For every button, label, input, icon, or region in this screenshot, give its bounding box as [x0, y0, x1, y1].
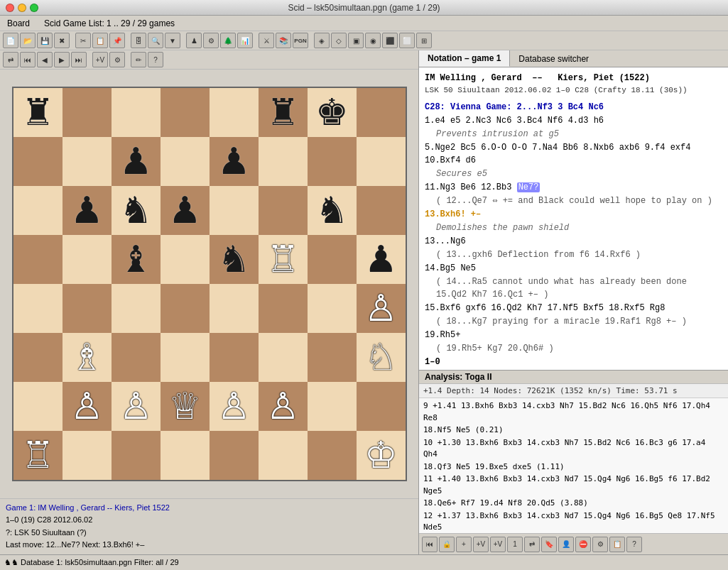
chess-square-7-4[interactable] — [210, 431, 259, 480]
bt-flip[interactable]: ⇄ — [524, 537, 540, 552]
bt-counter[interactable]: 1 — [507, 537, 523, 552]
chess-square-7-2[interactable] — [112, 431, 161, 480]
board-tb-start[interactable]: ⏮ — [20, 52, 36, 67]
analysis-lines[interactable]: 9 +1.41 13.Bxh6 Bxb3 14.cxb3 Nh7 15.Bd2 … — [419, 398, 728, 533]
chess-square-6-3[interactable]: ♕ — [161, 382, 210, 431]
chess-square-6-2[interactable]: ♙ — [112, 382, 161, 431]
chess-square-2-5[interactable] — [259, 186, 308, 235]
chess-square-3-0[interactable] — [13, 235, 63, 284]
chess-square-3-7[interactable]: ♟ — [357, 235, 406, 284]
chess-square-7-6[interactable] — [308, 431, 357, 480]
chess-square-5-6[interactable] — [308, 333, 357, 382]
toolbar-misc2[interactable]: ◇ — [331, 33, 347, 48]
bt-stop[interactable]: ⛔ — [575, 537, 591, 552]
chess-square-2-0[interactable] — [13, 186, 63, 235]
bt-eval1[interactable]: +V — [473, 537, 489, 552]
chess-square-2-6[interactable]: ♞ — [308, 186, 357, 235]
db-switcher-tab[interactable]: Database switcher — [510, 50, 597, 67]
chess-square-5-2[interactable] — [112, 333, 161, 382]
bt-bookmark[interactable]: 🔖 — [541, 537, 557, 552]
chess-square-4-4[interactable] — [210, 284, 259, 333]
toolbar-search[interactable]: 🔍 — [148, 33, 163, 48]
minimize-button[interactable] — [18, 4, 26, 12]
chess-square-6-7[interactable] — [357, 382, 406, 431]
toolbar-misc1[interactable]: ◈ — [314, 33, 330, 48]
toolbar-misc4[interactable]: ◉ — [365, 33, 381, 48]
chess-square-5-3[interactable] — [161, 333, 210, 382]
chess-square-1-6[interactable] — [308, 137, 357, 186]
chess-square-4-2[interactable] — [112, 284, 161, 333]
chess-square-4-7[interactable]: ♙ — [357, 284, 406, 333]
bt-question[interactable]: ? — [626, 537, 642, 552]
notation-tab[interactable]: Notation – game 1 — [419, 50, 510, 67]
chess-square-1-1[interactable] — [63, 137, 112, 186]
chess-square-7-0[interactable]: ♖ — [13, 431, 63, 480]
bt-face[interactable]: 👤 — [558, 537, 574, 552]
chess-square-1-0[interactable] — [13, 137, 63, 186]
chess-square-6-5[interactable]: ♙ — [259, 382, 308, 431]
chess-square-0-3[interactable] — [161, 88, 210, 137]
chess-square-5-1[interactable]: ♗ — [63, 333, 112, 382]
toolbar-filter[interactable]: ▼ — [165, 33, 180, 48]
window-controls[interactable] — [6, 4, 38, 12]
bt-lock[interactable]: 🔒 — [439, 537, 455, 552]
maximize-button[interactable] — [30, 4, 38, 12]
toolbar-copy[interactable]: 📋 — [92, 33, 108, 48]
chess-board[interactable]: ♜♜♚♟♟♟♞♟♞♝♞♖♟♙♗♘♙♙♕♙♙♖♔ — [12, 87, 407, 481]
chess-square-6-1[interactable]: ♙ — [63, 382, 112, 431]
chess-square-0-6[interactable]: ♚ — [308, 88, 357, 137]
chess-square-2-4[interactable] — [210, 186, 259, 235]
chess-square-3-3[interactable] — [161, 235, 210, 284]
toolbar-misc7[interactable]: ⊞ — [416, 33, 432, 48]
toolbar-save[interactable]: 💾 — [37, 33, 53, 48]
bt-eval2[interactable]: +V — [490, 537, 506, 552]
board-tb-help[interactable]: ? — [148, 52, 163, 67]
chess-square-3-5[interactable]: ♖ — [259, 235, 308, 284]
chess-square-3-1[interactable] — [63, 235, 112, 284]
chess-square-2-3[interactable]: ♟ — [161, 186, 210, 235]
board-tb-end[interactable]: ⏭ — [71, 52, 87, 67]
chess-square-6-6[interactable] — [308, 382, 357, 431]
toolbar-pgn[interactable]: PGN — [293, 33, 308, 48]
close-button[interactable] — [6, 4, 14, 12]
chess-square-4-0[interactable] — [13, 284, 63, 333]
chess-square-5-4[interactable] — [210, 333, 259, 382]
chess-square-7-5[interactable] — [259, 431, 308, 480]
chess-square-6-0[interactable] — [13, 382, 63, 431]
bt-copy2[interactable]: 📋 — [609, 537, 625, 552]
chess-square-2-7[interactable] — [357, 186, 406, 235]
toolbar-misc3[interactable]: ▣ — [348, 33, 364, 48]
chess-square-3-2[interactable]: ♝ — [112, 235, 161, 284]
chess-square-1-7[interactable] — [357, 137, 406, 186]
chess-square-4-5[interactable] — [259, 284, 308, 333]
chess-square-1-5[interactable] — [259, 137, 308, 186]
toolbar-report[interactable]: 📊 — [237, 33, 253, 48]
chess-square-4-1[interactable] — [63, 284, 112, 333]
toolbar-close[interactable]: ✖ — [54, 33, 70, 48]
chess-square-3-4[interactable]: ♞ — [210, 235, 259, 284]
toolbar-analyze[interactable]: ⚙ — [203, 33, 219, 48]
toolbar-new[interactable]: 📄 — [3, 33, 18, 48]
notation-content[interactable]: IM Welling , Gerard –– Kiers, Piet (1522… — [419, 67, 728, 370]
chess-square-4-6[interactable] — [308, 284, 357, 333]
chess-square-7-7[interactable]: ♔ — [357, 431, 406, 480]
toolbar-cut[interactable]: ✂ — [75, 33, 91, 48]
board-tb-next[interactable]: ▶ — [54, 52, 70, 67]
chess-square-7-3[interactable] — [161, 431, 210, 480]
chess-square-7-1[interactable] — [63, 431, 112, 480]
chess-square-6-4[interactable]: ♙ — [210, 382, 259, 431]
chess-square-0-1[interactable] — [63, 88, 112, 137]
chess-square-5-0[interactable] — [13, 333, 63, 382]
chess-square-5-7[interactable]: ♘ — [357, 333, 406, 382]
chess-square-1-3[interactable] — [161, 137, 210, 186]
chess-square-3-6[interactable] — [308, 235, 357, 284]
chess-square-5-5[interactable] — [259, 333, 308, 382]
board-tb-edit[interactable]: ✏ — [131, 52, 146, 67]
chess-square-0-0[interactable]: ♜ — [13, 88, 63, 137]
chess-square-1-2[interactable]: ♟ — [112, 137, 161, 186]
chess-square-0-4[interactable] — [210, 88, 259, 137]
board-tb-flip[interactable]: ⇄ — [3, 52, 18, 67]
bt-plus[interactable]: + — [456, 537, 472, 552]
chess-square-0-5[interactable]: ♜ — [259, 88, 308, 137]
chess-square-1-4[interactable]: ♟ — [210, 137, 259, 186]
